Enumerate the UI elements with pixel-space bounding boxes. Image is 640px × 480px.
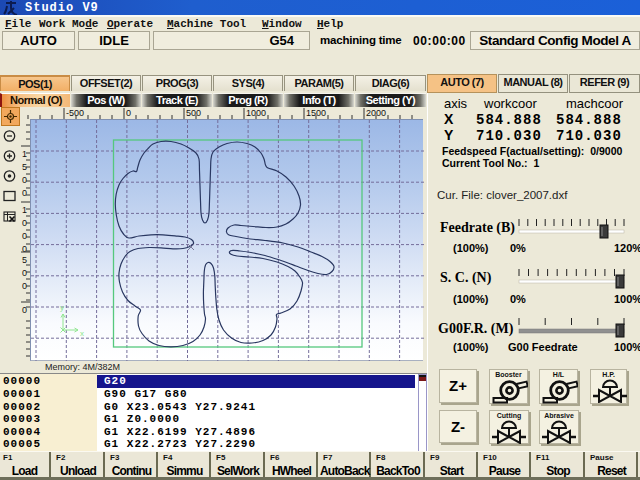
svg-text:y: y	[60, 303, 64, 312]
svg-text:0: 0	[126, 108, 131, 118]
svg-text:1: 1	[22, 149, 27, 159]
svg-text:0: 0	[22, 188, 27, 198]
svg-text:5: 5	[22, 255, 27, 265]
svg-text:x: x	[80, 329, 84, 338]
svg-text:0: 0	[22, 231, 27, 241]
svg-text:0: 0	[22, 175, 27, 185]
svg-text:-500: -500	[66, 108, 84, 118]
svg-text:500: 500	[186, 108, 201, 118]
svg-text:0: 0	[22, 268, 27, 278]
svg-text:1: 1	[22, 205, 27, 215]
